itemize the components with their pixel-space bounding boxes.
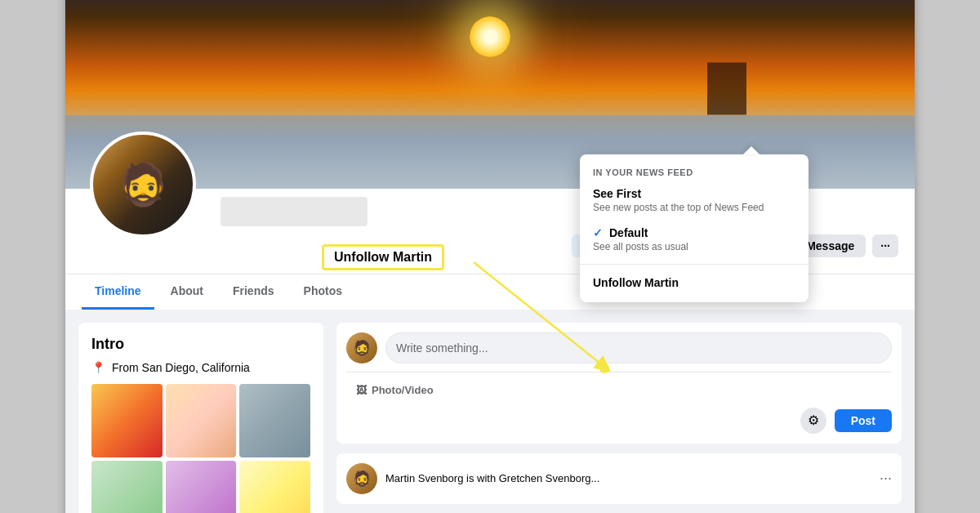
feed-text-content: Martin Svenborg is with Gretchen Svenbor…	[385, 472, 599, 484]
dropdown-divider	[580, 264, 808, 265]
post-submit-row: ⚙ Post	[346, 408, 892, 434]
post-box: 🧔 Write something... 🖼 Photo/Video ⚙	[336, 323, 902, 444]
intro-card: Intro 📍 From San Diego, California	[78, 323, 323, 514]
main-content: Intro 📍 From San Diego, California	[65, 310, 915, 514]
gear-icon: ⚙	[808, 413, 819, 428]
following-dropdown: IN YOUR NEWS FEED See First See new post…	[580, 154, 808, 302]
dropdown-default[interactable]: ✓ Default See all posts as usual	[580, 220, 808, 259]
feed-text: Martin Svenborg is with Gretchen Svenbor…	[385, 472, 599, 484]
message-label: Message	[806, 239, 854, 252]
facebook-profile-page: 🧔 ✓ Friends ▾ ✓ Following ▾ 💬 Message ··…	[65, 0, 915, 513]
dropdown-arrow	[743, 146, 760, 154]
more-label: ···	[880, 239, 890, 252]
more-button[interactable]: ···	[872, 234, 898, 257]
see-first-title: See First	[593, 187, 795, 200]
default-title: ✓ Default	[593, 226, 795, 239]
dropdown-unfollow-item[interactable]: Unfollow Martin	[580, 270, 808, 296]
dropdown-header: IN YOUR NEWS FEED	[580, 161, 808, 181]
unfollow-label: Unfollow Martin	[593, 276, 679, 289]
feed-avatar: 🧔	[346, 463, 377, 494]
pier-decoration	[702, 50, 751, 115]
feed-item-header: 🧔 Martin Svenborg is with Gretchen Svenb…	[346, 463, 892, 494]
post-input[interactable]: Write something...	[385, 332, 892, 364]
photo-icon: 🖼	[356, 384, 367, 396]
post-placeholder: Write something...	[396, 341, 488, 355]
post-actions-row: 🖼 Photo/Video	[346, 372, 892, 401]
post-avatar: 🧔	[346, 332, 377, 364]
dropdown-see-first[interactable]: See First See new posts at the top of Ne…	[580, 181, 808, 220]
photo-video-label: Photo/Video	[372, 384, 434, 396]
feed-item: 🧔 Martin Svenborg is with Gretchen Svenb…	[336, 453, 902, 504]
sun-decoration	[470, 16, 510, 57]
feed-more-button[interactable]: ···	[880, 470, 892, 487]
avatar-image: 🧔	[93, 135, 193, 234]
default-sub: See all posts as usual	[593, 241, 795, 252]
location-icon: 📍	[91, 361, 105, 374]
tab-timeline[interactable]: Timeline	[82, 274, 154, 310]
annotation-unfollow: Unfollow Martin	[322, 244, 444, 270]
photos-grid	[91, 384, 310, 514]
check-icon-default: ✓	[593, 226, 603, 239]
tab-about[interactable]: About	[158, 274, 216, 310]
avatar: 🧔	[90, 132, 196, 238]
annotation-text: Unfollow Martin	[334, 250, 432, 264]
profile-name-bar	[220, 197, 368, 226]
photo-thumb-3[interactable]	[239, 384, 310, 457]
photo-video-button[interactable]: 🖼 Photo/Video	[346, 379, 443, 401]
location-text: From San Diego, California	[112, 361, 250, 374]
gear-button[interactable]: ⚙	[800, 408, 826, 434]
intro-title: Intro	[91, 336, 310, 353]
post-label: Post	[851, 414, 875, 427]
photo-thumb-2[interactable]	[166, 384, 237, 457]
photo-thumb-1[interactable]	[91, 384, 163, 457]
photo-thumb-5[interactable]	[166, 461, 237, 514]
post-input-row: 🧔 Write something...	[346, 332, 892, 364]
tab-friends[interactable]: Friends	[220, 274, 287, 310]
left-column: Intro 📍 From San Diego, California	[78, 323, 323, 514]
photo-thumb-4[interactable]	[91, 461, 163, 514]
photo-thumb-6[interactable]	[239, 461, 310, 514]
intro-location: 📍 From San Diego, California	[91, 361, 310, 374]
post-button[interactable]: Post	[835, 409, 892, 432]
right-column: 🧔 Write something... 🖼 Photo/Video ⚙	[336, 323, 902, 514]
see-first-sub: See new posts at the top of News Feed	[593, 202, 795, 213]
tab-photos[interactable]: Photos	[291, 274, 355, 310]
